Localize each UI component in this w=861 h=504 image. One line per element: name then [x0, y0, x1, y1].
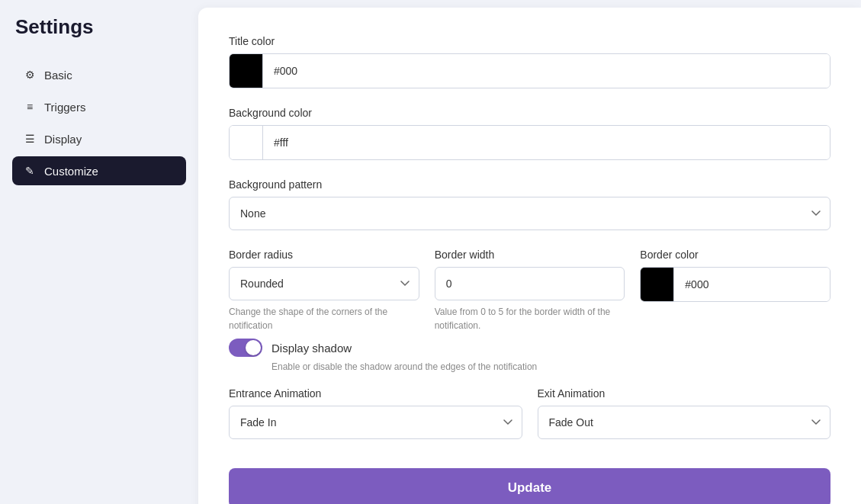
sidebar-item-basic-label: Basic — [44, 69, 72, 82]
background-color-text[interactable] — [263, 126, 830, 159]
border-color-text[interactable] — [674, 268, 830, 301]
sidebar-item-triggers-label: Triggers — [44, 101, 85, 114]
border-color-group: Border color — [640, 249, 830, 332]
triggers-icon: ≡ — [23, 100, 37, 114]
exit-animation-group: Exit Animation Fade Out Slide Out Bounce… — [538, 387, 831, 439]
sidebar-item-customize-label: Customize — [44, 165, 98, 178]
exit-animation-label: Exit Animation — [538, 387, 831, 400]
background-color-swatch[interactable] — [230, 126, 263, 159]
title-color-group: Title color — [229, 35, 830, 88]
border-radius-hint: Change the shape of the corners of the n… — [229, 305, 419, 332]
title-color-text[interactable] — [263, 54, 830, 88]
display-shadow-toggle[interactable] — [229, 339, 262, 357]
sidebar-item-customize[interactable]: ✎ Customize — [12, 156, 186, 185]
border-radius-group: Border radius Rounded Square Pill Change… — [229, 249, 419, 332]
update-button[interactable]: Update — [229, 468, 830, 504]
display-shadow-label: Display shadow — [271, 342, 352, 355]
sidebar-item-basic[interactable]: ⚙ Basic — [12, 60, 186, 89]
title-color-input-row — [229, 53, 830, 88]
sidebar-item-display[interactable]: ☰ Display — [12, 124, 186, 153]
border-settings-row: Border radius Rounded Square Pill Change… — [229, 249, 830, 332]
border-width-label: Border width — [435, 249, 625, 261]
sidebar: Settings ⚙ Basic ≡ Triggers ☰ Display ✎ … — [0, 0, 198, 504]
title-color-swatch[interactable] — [230, 54, 263, 88]
background-color-group: Background color — [229, 107, 830, 160]
animation-row: Entrance Animation Fade In Slide In Boun… — [229, 387, 830, 439]
sidebar-item-triggers[interactable]: ≡ Triggers — [12, 92, 186, 121]
background-pattern-label: Background pattern — [229, 178, 830, 191]
background-pattern-group: Background pattern None Dots Lines Grid — [229, 178, 830, 230]
display-shadow-hint: Enable or disable the shadow around the … — [271, 361, 830, 372]
sidebar-item-display-label: Display — [44, 133, 82, 146]
entrance-animation-select[interactable]: Fade In Slide In Bounce In None — [229, 406, 522, 439]
entrance-animation-group: Entrance Animation Fade In Slide In Boun… — [229, 387, 522, 439]
display-icon: ☰ — [23, 132, 37, 146]
background-color-input-row — [229, 125, 830, 160]
border-width-group: Border width Value from 0 to 5 for the b… — [435, 249, 625, 332]
entrance-animation-label: Entrance Animation — [229, 387, 522, 400]
border-radius-label: Border radius — [229, 249, 419, 261]
gear-icon: ⚙ — [23, 68, 37, 82]
main-content: Title color Background color Background … — [198, 8, 861, 504]
border-width-hint: Value from 0 to 5 for the border width o… — [435, 305, 625, 332]
border-color-label: Border color — [640, 249, 830, 261]
border-width-input[interactable] — [435, 267, 625, 300]
title-color-label: Title color — [229, 35, 830, 47]
background-color-label: Background color — [229, 107, 830, 119]
display-shadow-row: Display shadow — [229, 339, 830, 357]
border-color-swatch[interactable] — [641, 268, 674, 301]
border-radius-select[interactable]: Rounded Square Pill — [229, 267, 419, 300]
page-title: Settings — [12, 15, 186, 39]
background-pattern-select[interactable]: None Dots Lines Grid — [229, 197, 830, 230]
border-color-input-row — [640, 267, 830, 302]
exit-animation-select[interactable]: Fade Out Slide Out Bounce Out None — [538, 406, 831, 439]
customize-icon: ✎ — [23, 164, 37, 178]
